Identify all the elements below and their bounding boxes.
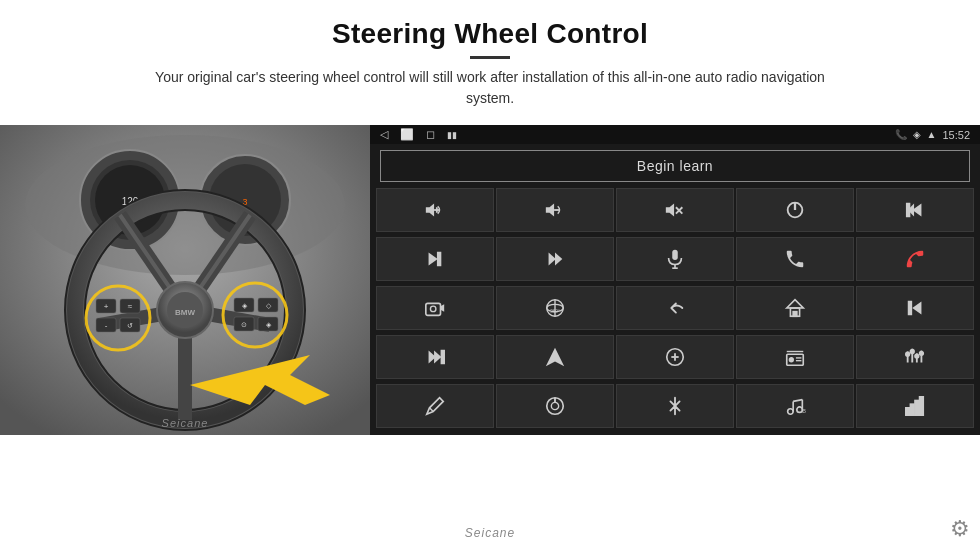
page-subtitle: Your original car's steering wheel contr…	[140, 67, 840, 109]
settings-gear-icon[interactable]: ⚙	[950, 516, 970, 542]
next-track-button[interactable]	[376, 237, 494, 281]
skip-back-button[interactable]	[856, 286, 974, 330]
radio-button[interactable]	[736, 335, 854, 379]
status-bar-left: ◁ ⬜ ◻ ▮▮	[380, 128, 457, 141]
svg-marker-42	[426, 204, 434, 217]
circle-power-button[interactable]	[496, 384, 614, 428]
svg-marker-77	[546, 348, 564, 366]
vol-up-button[interactable]	[376, 188, 494, 232]
svg-rect-56	[438, 253, 441, 266]
svg-marker-73	[912, 302, 921, 315]
svg-point-96	[551, 402, 558, 409]
svg-rect-105	[910, 404, 914, 415]
skip-forward-button[interactable]	[496, 237, 614, 281]
microphone-button[interactable]	[616, 237, 734, 281]
svg-point-91	[910, 350, 914, 354]
svg-marker-45	[546, 204, 554, 217]
svg-text:≈: ≈	[128, 302, 133, 311]
fast-forward-button[interactable]	[376, 335, 494, 379]
power-button[interactable]	[736, 188, 854, 232]
android-panel: ◁ ⬜ ◻ ▮▮ 📞 ◈ ▲ 15:52 Begin learn	[370, 125, 980, 435]
vol-down-button[interactable]	[496, 188, 614, 232]
svg-rect-72	[909, 302, 912, 315]
svg-marker-69	[787, 300, 804, 308]
status-bar: ◁ ⬜ ◻ ▮▮ 📞 ◈ ▲ 15:52	[370, 125, 980, 144]
clock: 15:52	[942, 129, 970, 141]
svg-text:BMW: BMW	[175, 308, 195, 317]
equalizer-button[interactable]	[856, 335, 974, 379]
svg-rect-106	[915, 401, 919, 416]
back-button[interactable]	[616, 286, 734, 330]
back-nav-icon[interactable]: ◁	[380, 128, 388, 141]
home-nav-icon[interactable]: ⬜	[400, 128, 414, 141]
svg-marker-58	[555, 253, 562, 266]
svg-text:Seicane: Seicane	[162, 417, 209, 429]
svg-point-93	[920, 352, 924, 356]
button-grid: 360°	[370, 188, 980, 435]
location-icon: ◈	[913, 129, 921, 140]
svg-text:↺: ↺	[127, 322, 133, 329]
phone-call-button[interactable]	[736, 237, 854, 281]
svg-point-64	[430, 306, 436, 312]
wifi-icon: ▲	[927, 129, 937, 140]
recents-nav-icon[interactable]: ◻	[426, 128, 435, 141]
header-section: Steering Wheel Control Your original car…	[0, 0, 980, 115]
begin-learn-row: Begin learn	[370, 144, 980, 188]
levels-button[interactable]	[856, 384, 974, 428]
page-title: Steering Wheel Control	[20, 18, 960, 50]
svg-line-94	[430, 408, 434, 412]
svg-point-90	[906, 352, 910, 356]
switch-button[interactable]	[616, 335, 734, 379]
page-wrapper: Steering Wheel Control Your original car…	[0, 0, 980, 546]
hang-up-button[interactable]	[856, 237, 974, 281]
prev-track-button[interactable]	[856, 188, 974, 232]
navigate-button[interactable]	[496, 335, 614, 379]
svg-marker-47	[666, 204, 674, 217]
svg-marker-55	[429, 253, 438, 266]
svg-marker-57	[549, 253, 556, 266]
mute-button[interactable]	[616, 188, 734, 232]
svg-rect-107	[920, 397, 924, 415]
svg-point-83	[790, 358, 794, 362]
svg-line-102	[793, 400, 802, 402]
bottom-bar: Seicane ⚙	[0, 516, 980, 546]
view-360-button[interactable]: 360°	[496, 286, 614, 330]
title-divider	[470, 56, 510, 59]
content-area: 120 3 BM	[0, 125, 980, 516]
steering-wheel-image: 120 3 BM	[0, 125, 370, 435]
notification-icon: ▮▮	[447, 130, 457, 140]
phone-icon: 📞	[895, 129, 907, 140]
music-button[interactable]: BT	[736, 384, 854, 428]
svg-text:⊙: ⊙	[241, 321, 247, 328]
svg-text:+: +	[104, 302, 109, 311]
svg-rect-59	[672, 250, 678, 260]
svg-rect-71	[793, 312, 797, 317]
svg-marker-75	[434, 351, 441, 364]
status-bar-right: 📞 ◈ ▲ 15:52	[895, 129, 970, 141]
home-button[interactable]	[736, 286, 854, 330]
svg-text:360°: 360°	[550, 309, 560, 314]
svg-text:-: -	[105, 321, 108, 330]
seicane-watermark: Seicane	[465, 526, 515, 540]
bluetooth-button[interactable]	[616, 384, 734, 428]
svg-rect-104	[906, 408, 910, 415]
svg-rect-62	[426, 303, 441, 315]
svg-point-92	[915, 354, 919, 358]
pen-button[interactable]	[376, 384, 494, 428]
svg-text:BT: BT	[802, 408, 806, 414]
svg-rect-76	[441, 351, 444, 364]
camera-button[interactable]	[376, 286, 494, 330]
svg-rect-54	[907, 204, 910, 217]
begin-learn-button[interactable]: Begin learn	[380, 150, 970, 182]
